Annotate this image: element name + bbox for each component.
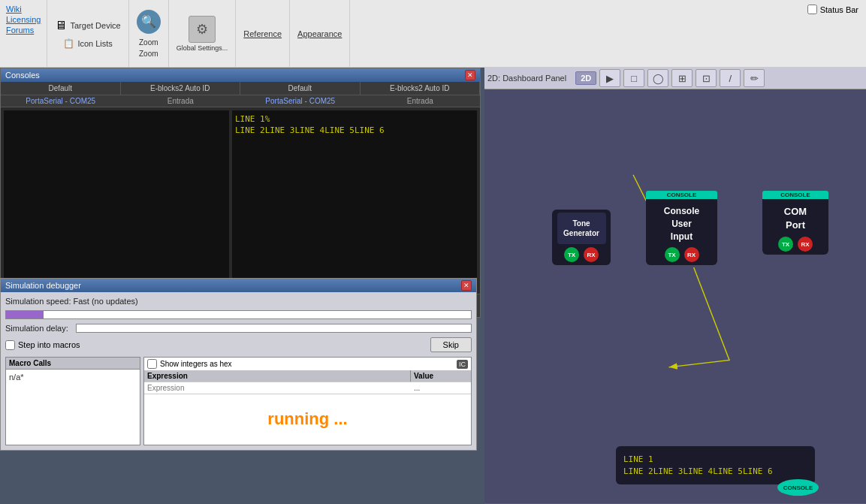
- status-bar-checkbox[interactable]: [807, 5, 817, 14]
- global-settings-section: ⚙ Global Settings...: [169, 0, 237, 67]
- console-close-button[interactable]: ✕: [465, 70, 475, 80]
- expression-input[interactable]: [144, 382, 411, 394]
- menu-links-section: Wiki Licensing Forums: [0, 0, 47, 67]
- expression-col-header: Expression: [144, 370, 411, 382]
- expression-dots: ...: [411, 382, 471, 394]
- console-user-input-tx-pin[interactable]: TX: [665, 247, 680, 262]
- console-entrada-left: Entrada: [121, 95, 241, 107]
- zoom-sublabel: Zoom: [139, 50, 158, 58]
- output-line-1: LINE 1: [623, 454, 807, 465]
- macro-calls-content: n/a*: [6, 370, 140, 445]
- output-line-2: LINE 2LINE 3LINE 4LINE 5LINE 6: [623, 466, 807, 477]
- console-text-output: LINE 1% LINE 2LINE 3LINE 4LINE 5LINE 6: [232, 110, 477, 140]
- console-line-2: LINE 2LINE 3LINE 4LINE 5LINE 6: [235, 125, 474, 136]
- com-port-component[interactable]: CONSOLE COMPort TX RX: [762, 191, 828, 255]
- com-port-tx-pin[interactable]: TX: [778, 237, 793, 252]
- status-bar-checkbox-group: Status Bar: [807, 5, 858, 14]
- sim-delay-bar[interactable]: [76, 324, 472, 333]
- console-port-left: PortaSerial - COM25: [1, 95, 121, 107]
- global-settings-button[interactable]: ⚙: [189, 16, 216, 43]
- console-tab-default-1[interactable]: Default: [1, 82, 121, 95]
- status-bar-label: Status Bar: [820, 5, 858, 14]
- sim-delay-row: Simulation delay:: [5, 324, 472, 333]
- target-device-icon: 🖥: [55, 19, 67, 32]
- console-panels: LINE 1% LINE 2LINE 3LINE 4LINE 5LINE 6: [1, 107, 480, 294]
- output-console-badge: CONSOLE: [777, 479, 819, 496]
- reference-label[interactable]: Reference: [243, 29, 282, 38]
- console-user-input-title: ConsoleUserInput: [650, 205, 713, 243]
- console-user-input-rx-pin[interactable]: RX: [684, 247, 699, 262]
- main-area: Consoles ✕ Default E-blocks2 Auto ID Def…: [0, 68, 866, 504]
- sim-delay-label: Simulation delay:: [5, 324, 68, 333]
- console-user-input-component[interactable]: CONSOLE ConsoleUserInput TX RX: [646, 191, 717, 265]
- console-line-1: LINE 1%: [235, 113, 474, 125]
- toolbar-play-button[interactable]: ▶: [599, 69, 620, 87]
- value-col-header: Value: [411, 370, 471, 382]
- appearance-label[interactable]: Appearance: [297, 29, 342, 38]
- target-device-section: 🖥 Target Device 📋 Icon Lists: [47, 0, 128, 67]
- console-right-output: LINE 1% LINE 2LINE 3LINE 4LINE 5LINE 6: [232, 110, 477, 291]
- appearance-section: Appearance: [290, 0, 350, 67]
- toolbar-pen-button[interactable]: /: [720, 69, 741, 87]
- left-panel: Consoles ✕ Default E-blocks2 Auto ID Def…: [0, 68, 484, 504]
- sim-debugger-body: Simulation speed: Fast (no updates) Simu…: [1, 292, 476, 450]
- running-text: running ...: [144, 394, 471, 444]
- zoom-label: Zoom: [139, 38, 158, 47]
- toolbar-circle-button[interactable]: ◯: [647, 69, 668, 87]
- console-left-output: [4, 110, 229, 291]
- com-port-title: COMPort: [767, 205, 824, 232]
- tone-generator-title: Tone Generator: [560, 219, 603, 238]
- macro-value: n/a*: [9, 373, 137, 382]
- console-user-input-pins: TX RX: [665, 247, 699, 262]
- global-settings-label: Global Settings...: [177, 44, 228, 52]
- wiki-link[interactable]: Wiki: [6, 5, 41, 14]
- ic-badge: IC: [457, 360, 468, 369]
- macro-calls-header: Macro Calls: [6, 358, 140, 370]
- expression-header-row: Expression Value: [144, 370, 471, 382]
- console-user-input-badge: CONSOLE: [646, 191, 717, 199]
- sim-debugger-close-button[interactable]: ✕: [461, 280, 472, 291]
- toolbar-edit-button[interactable]: ✏: [744, 69, 765, 87]
- sim-debugger-window: Simulation debugger ✕ Simulation speed: …: [0, 278, 477, 451]
- tone-generator-pins: TX RX: [564, 247, 599, 262]
- menu-bar: Wiki Licensing Forums 🖥 Target Device 📋 …: [0, 0, 866, 68]
- output-display-box: LINE 1 LINE 2LINE 3LINE 4LINE 5LINE 6 CO…: [616, 446, 815, 484]
- console-entrada-right: Entrada: [361, 95, 481, 107]
- icon-lists-label[interactable]: Icon Lists: [77, 39, 112, 48]
- tone-generator-tx-pin[interactable]: TX: [564, 247, 579, 262]
- toolbar-grid-button[interactable]: ⊞: [671, 69, 692, 87]
- step-into-macros-label: Step into macros: [18, 340, 80, 349]
- show-hex-label: Show integers as hex: [160, 360, 232, 368]
- dashboard-panel-label: 2D: Dashboard Panel: [487, 74, 566, 83]
- dashboard-toolbar: 2D: Dashboard Panel 2D ▶ □ ◯ ⊞ ⊡ / ✏: [484, 68, 866, 89]
- toolbar-layout-button[interactable]: ⊡: [696, 69, 717, 87]
- skip-button[interactable]: Skip: [430, 337, 472, 352]
- com-port-rx-pin[interactable]: RX: [798, 237, 813, 252]
- step-into-macros-checkbox[interactable]: [5, 340, 15, 350]
- sim-progress-row: [5, 310, 472, 319]
- console-tab-auto-id-1[interactable]: E-blocks2 Auto ID: [121, 82, 241, 95]
- licensing-link[interactable]: Licensing: [6, 15, 41, 24]
- console-port-right: PortaSerial - COM25: [240, 95, 361, 107]
- expression-input-row: ...: [144, 382, 471, 394]
- expression-panel: Show integers as hex IC Expression Value…: [143, 357, 472, 445]
- tone-generator-rx-pin[interactable]: RX: [584, 247, 599, 262]
- show-hex-checkbox[interactable]: [147, 359, 157, 369]
- sim-panels: Macro Calls n/a* Show integers as hex IC: [5, 357, 472, 445]
- console-title: Consoles: [5, 71, 40, 80]
- sim-debugger-titlebar: Simulation debugger ✕: [1, 279, 476, 292]
- icon-lists-icon: 📋: [63, 38, 74, 49]
- reference-section: Reference: [236, 0, 290, 67]
- target-device-label[interactable]: Target Device: [70, 21, 120, 30]
- tone-generator-component[interactable]: Tone Generator TX RX: [552, 210, 611, 265]
- macro-calls-panel: Macro Calls n/a*: [5, 357, 140, 445]
- console-titlebar: Consoles ✕: [1, 68, 480, 82]
- toolbar-2d-button[interactable]: 2D: [575, 71, 596, 85]
- toolbar-select-button[interactable]: □: [623, 69, 644, 87]
- zoom-icon[interactable]: 🔍: [137, 10, 161, 34]
- sim-speed-progress[interactable]: [5, 310, 472, 319]
- sim-debugger-title: Simulation debugger: [5, 281, 81, 290]
- forums-link[interactable]: Forums: [6, 26, 41, 35]
- console-tab-default-2[interactable]: Default: [240, 82, 361, 95]
- console-tab-auto-id-2[interactable]: E-blocks2 Auto ID: [361, 82, 481, 95]
